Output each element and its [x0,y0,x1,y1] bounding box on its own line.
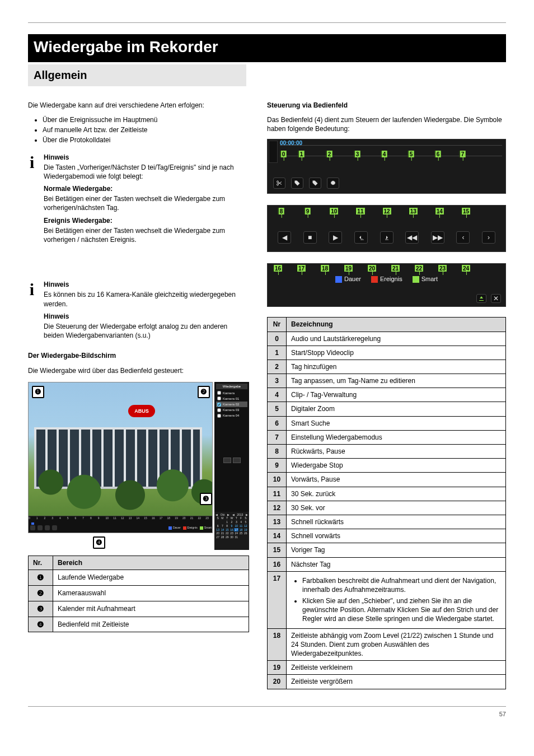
step-back-30s-button[interactable]: 30s [354,231,368,244]
note-heading: Hinweis [44,312,249,321]
cal-day[interactable]: 12 [243,524,248,528]
cal-day[interactable]: 19 [243,528,248,532]
camera-checkbox[interactable] [217,391,221,395]
prev-day-button[interactable]: ‹ [456,231,470,244]
th-nr: Nr [268,318,287,332]
control-panel-screenshots: 00:00:00 01234567 89101112131415 ◀ ■ ▶ 3… [267,139,506,307]
cal-day[interactable]: 29 [225,535,229,539]
callout-label: 19 [344,265,353,272]
cal-day[interactable]: 4 [238,520,243,524]
cal-day[interactable]: 18 [238,528,243,532]
camera-label: Kamera 04 [223,413,239,418]
cal-day[interactable]: 3 [234,520,238,524]
mode-item: Auf manuelle Art bzw. der Zeitleiste [43,125,249,134]
cal-day[interactable]: 8 [225,524,229,528]
tick-label: 1 [36,516,38,520]
th-desc: Bezeichnung [287,318,506,332]
callout-label: 10 [329,208,338,214]
camera-checkbox[interactable] [217,396,221,400]
cal-day[interactable]: 14 [220,528,224,532]
tick-label: 15 [144,516,147,520]
cal-day[interactable]: 16 [229,528,234,532]
cal-day[interactable]: 1 [225,520,229,524]
camera-checkbox[interactable] [217,408,221,412]
td-nr: 13 [268,515,287,529]
mini-timeline: 01234567891011121314151617181920212223 D… [29,516,213,533]
note-subhead: Normale Wiedergabe: [44,184,249,193]
legend-ereignis: Ereignis [188,526,198,530]
cal-day[interactable]: 7 [220,524,224,528]
cal-day[interactable]: 20 [216,531,220,535]
cal-day[interactable] [220,520,224,524]
stop-button[interactable]: ■ [303,231,317,244]
cal-day[interactable]: 6 [216,524,220,528]
tagplus-icon[interactable] [309,178,321,189]
cal-dow: M [220,516,224,520]
fast-fwd-button[interactable]: ▶▶ [431,231,444,244]
td-desc: Clip- / Tag-Verwaltung [287,388,506,402]
td-desc: Digitaler Zoom [287,402,506,416]
note-heading: Hinweis [44,280,249,289]
callout-label: 7 [460,151,466,157]
step-fwd-30s-button[interactable]: 30s [380,231,394,244]
legend-dauer: Dauer [173,526,181,530]
gear-icon[interactable] [327,178,339,189]
tick-label: 6 [75,516,77,520]
camera-checkbox[interactable] [217,414,221,418]
cal-day[interactable]: 24 [234,531,238,535]
cal-day[interactable]: 11 [238,524,243,528]
scissors-icon[interactable] [273,178,285,189]
callout-label: 6 [435,151,441,157]
tick-label: 3 [51,516,53,520]
panel2: 89101112131415 ◀ ■ ▶ 30s 30s ◀◀ ▶▶ ‹ › [267,205,506,252]
callout-label: 24 [461,265,470,272]
cal-day[interactable]: 13 [216,528,220,532]
cal-day[interactable]: 25 [238,531,243,535]
cal-day[interactable]: 23 [229,531,234,535]
cal-day[interactable]: 10 [234,524,238,528]
td-nr: ❹ [29,617,53,632]
cal-day[interactable] [216,520,220,524]
cal-day[interactable]: 27 [216,535,220,539]
layout-button[interactable] [233,458,241,463]
region-legend-table: Nr.Bereich ❶Laufende Wiedergabe ❷Kameraa… [28,556,249,633]
cal-day[interactable]: 22 [225,531,229,535]
cal-day[interactable]: 2 [229,520,234,524]
info-icon: i [28,153,36,171]
cal-day[interactable]: 26 [243,531,248,535]
hide-panel-button[interactable] [476,294,486,303]
cal-day[interactable]: 5 [243,520,248,524]
camera-checkbox[interactable] [217,403,221,407]
cal-day[interactable]: 21 [220,531,224,535]
cal-day[interactable]: 31 [234,535,238,539]
td-nr: 9 [268,459,287,473]
td-nr: 19 [268,661,287,675]
layout-button[interactable] [223,458,231,463]
cal-day[interactable] [238,535,243,539]
control-desc-table: NrBezeichnung 0Audio und Lautstärkeregel… [267,317,506,689]
fast-back-button[interactable]: ◀◀ [405,231,419,244]
cal-day[interactable]: 9 [229,524,234,528]
play-reverse-button[interactable]: ◀ [278,231,291,244]
callout-label: 20 [367,265,376,272]
tick-label: 7 [82,516,84,520]
th-nr: Nr. [29,556,53,570]
tag-icon[interactable] [291,178,303,189]
legend-smart: Smart [204,526,212,530]
tick-label: 21 [190,516,194,520]
region-label-4: ❹ [93,536,105,549]
td-nr: 0 [268,332,287,346]
tick-label: 5 [67,516,69,520]
play-button[interactable]: ▶ [329,231,342,244]
note-subhead: Ereignis Wiedergabe: [44,216,249,225]
note-block: i Hinweis Es können bis zu 16 Kamera-Kan… [28,280,249,340]
cal-day[interactable]: 17 [234,528,238,532]
mode-item: Über die Ereignissuche im Hauptmenü [43,115,249,124]
next-day-button[interactable]: › [482,231,495,244]
playback-screen-intro: Die Wiedergabe wird über das Bedienfeld … [28,366,249,375]
cal-day[interactable]: 28 [220,535,224,539]
cal-day[interactable]: 30 [229,535,234,539]
cal-day[interactable]: 15 [225,528,229,532]
td-desc: Smart Suche [287,416,506,430]
close-button[interactable]: ✕ [491,294,501,303]
